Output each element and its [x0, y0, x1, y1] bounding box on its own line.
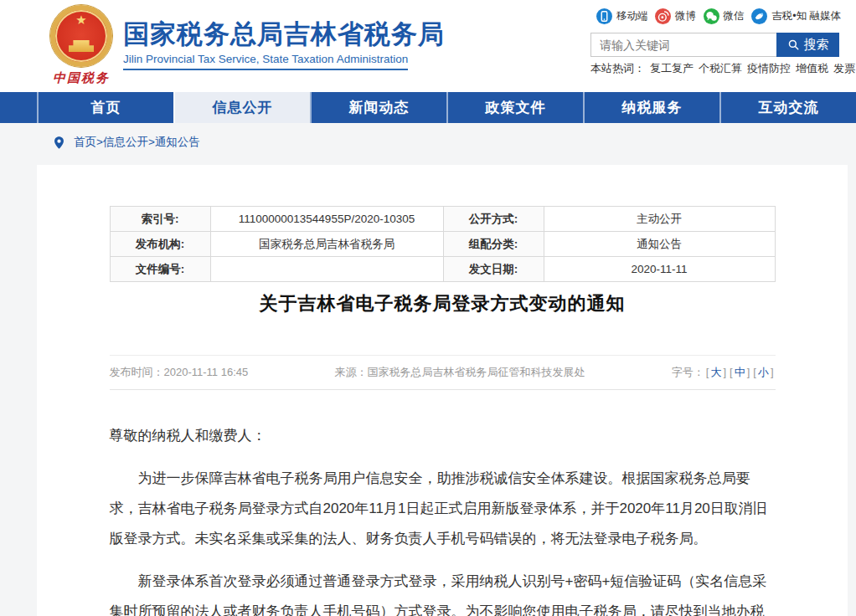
font-size-medium-button[interactable]: 中 — [728, 366, 751, 378]
quick-link-mobile[interactable]: 移动端 — [596, 8, 648, 24]
quick-link-weibo[interactable]: 微博 — [655, 8, 696, 24]
site-logo[interactable]: ★ 中国税务 — [46, 5, 116, 86]
page: ★ 中国税务 国家税务总局吉林省税务局 Jilin Provincial Tax… — [0, 0, 856, 616]
info-label: 发布机构: — [110, 232, 210, 257]
publish-time: 发布时间：2020-11-11 16:45 — [110, 365, 249, 380]
search-button[interactable]: 搜索 — [776, 33, 839, 57]
breadcrumb[interactable]: 首页>信息公开>通知公告 — [52, 135, 200, 150]
font-size-label: 字号： — [672, 366, 704, 378]
hotword-link[interactable]: 发票 — [833, 62, 855, 74]
hotword-link[interactable]: 个税汇算 — [699, 62, 742, 74]
info-value: 通知公告 — [544, 232, 775, 257]
search-button-label: 搜索 — [804, 37, 829, 53]
nav-tab-news[interactable]: 新闻动态 — [310, 92, 446, 123]
info-label: 索引号: — [110, 207, 210, 232]
site-title-block: 国家税务总局吉林省税务局 Jilin Provincial Tax Servic… — [123, 20, 445, 70]
search-icon — [787, 38, 800, 51]
hotword-link[interactable]: 复工复产 — [650, 62, 694, 74]
quick-link-label: 吉税•知 融媒体 — [771, 9, 841, 23]
hotwords-label: 本站热词： — [590, 62, 645, 74]
article-greeting: 尊敬的纳税人和缴费人： — [110, 421, 776, 451]
info-value: 国家税务总局吉林省税务局 — [210, 232, 443, 257]
wechat-icon — [704, 8, 719, 24]
quick-links: 移动端 微博 微信 吉税•知 融媒体 — [596, 8, 841, 24]
info-value: 主动公开 — [544, 207, 775, 232]
quick-link-label: 微博 — [675, 9, 696, 23]
nav-tab-interaction[interactable]: 互动交流 — [719, 92, 856, 123]
quick-link-label: 微信 — [724, 9, 745, 23]
table-row: 索引号: 11100000013544955P/2020-10305 公开方式:… — [110, 207, 775, 232]
nav-tab-info-disclosure[interactable]: 信息公开 — [173, 92, 310, 123]
table-row: 发布机构: 国家税务总局吉林省税务局 组配分类: 通知公告 — [110, 232, 775, 257]
breadcrumb-path: 首页>信息公开>通知公告 — [74, 135, 200, 150]
article-source: 来源：国家税务总局吉林省税务局征管和科技发展处 — [334, 365, 585, 380]
font-size-small-button[interactable]: 小 — [751, 366, 775, 378]
location-pin-icon — [52, 136, 66, 150]
info-value — [210, 257, 443, 282]
info-label: 组配分类: — [443, 232, 544, 257]
info-label: 发文日期: — [443, 257, 544, 282]
search-input[interactable] — [590, 33, 776, 57]
site-subtitle: Jilin Provincial Tax Service, State Taxa… — [123, 53, 408, 70]
hotword-link[interactable]: 增值税 — [796, 62, 828, 74]
nav-tab-tax-service[interactable]: 纳税服务 — [583, 92, 719, 123]
article-paragraph: 为进一步保障吉林省电子税务局用户信息安全，助推涉税诚信安全体系建设。根据国家税务… — [110, 464, 776, 554]
site-header: ★ 中国税务 国家税务总局吉林省税务局 Jilin Provincial Tax… — [0, 0, 856, 92]
info-value: 2020-11-11 — [544, 257, 775, 282]
font-size-large-button[interactable]: 大 — [704, 366, 728, 378]
nav-tab-policy[interactable]: 政策文件 — [446, 92, 583, 123]
main-nav: 首页 信息公开 新闻动态 政策文件 纳税服务 互动交流 — [0, 92, 856, 123]
site-title: 国家税务总局吉林省税务局 — [123, 20, 445, 49]
info-value: 11100000013544955P/2020-10305 — [210, 207, 443, 232]
weibo-icon — [655, 8, 671, 24]
document-info-table: 索引号: 11100000013544955P/2020-10305 公开方式:… — [110, 206, 776, 282]
hotwords-bar: 本站热词：复工复产个税汇算疫情防控增值税发票 — [590, 61, 855, 76]
article-title: 关于吉林省电子税务局登录方式变动的通知 — [110, 291, 776, 316]
quick-link-label: 移动端 — [616, 9, 648, 23]
info-label: 公开方式: — [443, 207, 544, 232]
article-paragraph: 新登录体系首次登录必须通过普通登录方式登录，采用纳税人识别号+密码+短信验证码（… — [110, 567, 776, 616]
nav-spacer — [0, 92, 37, 123]
font-size-switcher: 字号：大中小 — [672, 365, 776, 380]
article-card: 索引号: 11100000013544955P/2020-10305 公开方式:… — [37, 165, 848, 616]
article-body: 尊敬的纳税人和缴费人： 为进一步保障吉林省电子税务局用户信息安全，助推涉税诚信安… — [110, 421, 776, 616]
info-label: 文件编号: — [110, 257, 210, 282]
hotword-link[interactable]: 疫情防控 — [747, 62, 791, 74]
article-meta: 发布时间：2020-11-11 16:45 来源：国家税务总局吉林省税务局征管和… — [110, 355, 776, 390]
mobile-icon — [596, 8, 612, 24]
table-row: 文件编号: 发文日期: 2020-11-11 — [110, 257, 775, 282]
tax-emblem-icon: ★ — [50, 5, 112, 67]
logo-caption: 中国税务 — [46, 70, 116, 86]
site-search: 搜索 — [590, 33, 839, 57]
quick-link-wechat[interactable]: 微信 — [704, 8, 745, 24]
media-icon — [751, 8, 767, 24]
quick-link-jishuizhi-media[interactable]: 吉税•知 融媒体 — [751, 8, 841, 24]
nav-tab-home[interactable]: 首页 — [37, 92, 173, 123]
